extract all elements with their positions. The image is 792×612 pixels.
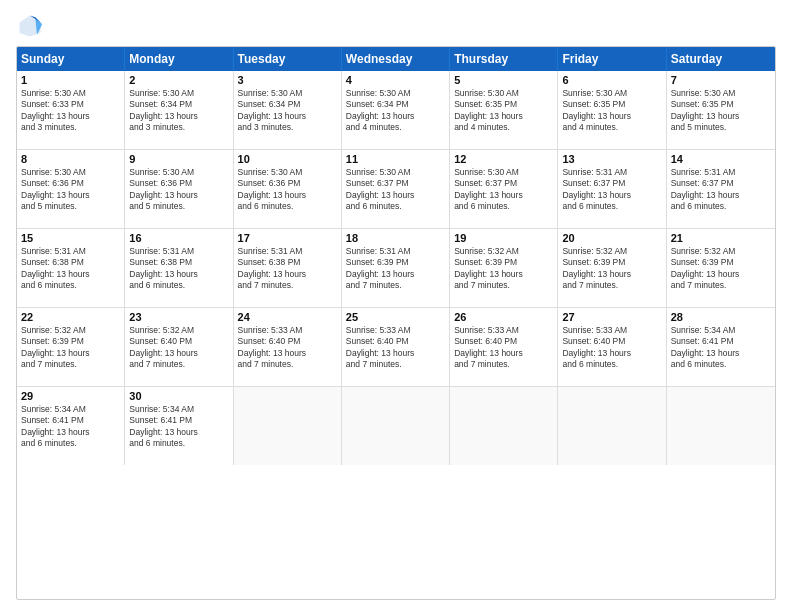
day-number: 25: [346, 311, 445, 323]
cell-text-line: Daylight: 13 hours: [238, 111, 337, 122]
cell-text-line: Sunset: 6:41 PM: [129, 415, 228, 426]
cell-text-line: and 6 minutes.: [129, 438, 228, 449]
cell-text-line: and 5 minutes.: [671, 122, 771, 133]
empty-cell-5-6: [667, 387, 775, 465]
day-number: 27: [562, 311, 661, 323]
day-cell-29: 29Sunrise: 5:34 AMSunset: 6:41 PMDayligh…: [17, 387, 125, 465]
cell-text-line: and 5 minutes.: [21, 201, 120, 212]
cell-text-line: and 3 minutes.: [129, 122, 228, 133]
cell-text-line: Sunset: 6:40 PM: [346, 336, 445, 347]
cell-text-line: Sunrise: 5:30 AM: [346, 88, 445, 99]
cell-text-line: Sunrise: 5:31 AM: [238, 246, 337, 257]
day-cell-14: 14Sunrise: 5:31 AMSunset: 6:37 PMDayligh…: [667, 150, 775, 228]
day-cell-27: 27Sunrise: 5:33 AMSunset: 6:40 PMDayligh…: [558, 308, 666, 386]
day-number: 21: [671, 232, 771, 244]
cell-text-line: Daylight: 13 hours: [346, 190, 445, 201]
cell-text-line: Sunset: 6:35 PM: [671, 99, 771, 110]
header: [16, 12, 776, 40]
day-number: 19: [454, 232, 553, 244]
day-cell-9: 9Sunrise: 5:30 AMSunset: 6:36 PMDaylight…: [125, 150, 233, 228]
day-cell-4: 4Sunrise: 5:30 AMSunset: 6:34 PMDaylight…: [342, 71, 450, 149]
cell-text-line: Sunrise: 5:32 AM: [129, 325, 228, 336]
cell-text-line: Sunset: 6:38 PM: [129, 257, 228, 268]
header-day-friday: Friday: [558, 47, 666, 71]
calendar: SundayMondayTuesdayWednesdayThursdayFrid…: [16, 46, 776, 600]
cell-text-line: Sunset: 6:41 PM: [671, 336, 771, 347]
cell-text-line: and 7 minutes.: [562, 280, 661, 291]
day-cell-3: 3Sunrise: 5:30 AMSunset: 6:34 PMDaylight…: [234, 71, 342, 149]
day-number: 5: [454, 74, 553, 86]
day-number: 12: [454, 153, 553, 165]
calendar-row-4: 22Sunrise: 5:32 AMSunset: 6:39 PMDayligh…: [17, 308, 775, 387]
cell-text-line: Sunset: 6:36 PM: [21, 178, 120, 189]
cell-text-line: and 7 minutes.: [346, 359, 445, 370]
day-cell-11: 11Sunrise: 5:30 AMSunset: 6:37 PMDayligh…: [342, 150, 450, 228]
cell-text-line: and 6 minutes.: [21, 438, 120, 449]
cell-text-line: Daylight: 13 hours: [238, 348, 337, 359]
cell-text-line: Daylight: 13 hours: [562, 190, 661, 201]
cell-text-line: Sunset: 6:37 PM: [346, 178, 445, 189]
day-cell-17: 17Sunrise: 5:31 AMSunset: 6:38 PMDayligh…: [234, 229, 342, 307]
cell-text-line: and 7 minutes.: [454, 280, 553, 291]
cell-text-line: Sunset: 6:38 PM: [21, 257, 120, 268]
cell-text-line: Daylight: 13 hours: [21, 111, 120, 122]
day-cell-12: 12Sunrise: 5:30 AMSunset: 6:37 PMDayligh…: [450, 150, 558, 228]
cell-text-line: and 6 minutes.: [238, 201, 337, 212]
cell-text-line: Daylight: 13 hours: [671, 190, 771, 201]
cell-text-line: Sunrise: 5:32 AM: [21, 325, 120, 336]
calendar-row-3: 15Sunrise: 5:31 AMSunset: 6:38 PMDayligh…: [17, 229, 775, 308]
cell-text-line: Daylight: 13 hours: [129, 348, 228, 359]
day-cell-19: 19Sunrise: 5:32 AMSunset: 6:39 PMDayligh…: [450, 229, 558, 307]
cell-text-line: Daylight: 13 hours: [346, 269, 445, 280]
day-cell-16: 16Sunrise: 5:31 AMSunset: 6:38 PMDayligh…: [125, 229, 233, 307]
day-cell-26: 26Sunrise: 5:33 AMSunset: 6:40 PMDayligh…: [450, 308, 558, 386]
day-number: 2: [129, 74, 228, 86]
day-cell-1: 1Sunrise: 5:30 AMSunset: 6:33 PMDaylight…: [17, 71, 125, 149]
cell-text-line: Daylight: 13 hours: [238, 190, 337, 201]
cell-text-line: and 7 minutes.: [346, 280, 445, 291]
cell-text-line: Daylight: 13 hours: [346, 348, 445, 359]
cell-text-line: and 4 minutes.: [346, 122, 445, 133]
cell-text-line: Sunrise: 5:31 AM: [671, 167, 771, 178]
day-cell-6: 6Sunrise: 5:30 AMSunset: 6:35 PMDaylight…: [558, 71, 666, 149]
day-number: 11: [346, 153, 445, 165]
cell-text-line: Daylight: 13 hours: [21, 190, 120, 201]
cell-text-line: and 4 minutes.: [562, 122, 661, 133]
cell-text-line: Sunset: 6:36 PM: [129, 178, 228, 189]
header-day-sunday: Sunday: [17, 47, 125, 71]
cell-text-line: Sunrise: 5:32 AM: [562, 246, 661, 257]
day-number: 13: [562, 153, 661, 165]
cell-text-line: Sunrise: 5:30 AM: [21, 88, 120, 99]
header-day-saturday: Saturday: [667, 47, 775, 71]
cell-text-line: Sunrise: 5:33 AM: [238, 325, 337, 336]
cell-text-line: and 3 minutes.: [238, 122, 337, 133]
cell-text-line: and 3 minutes.: [21, 122, 120, 133]
cell-text-line: Sunset: 6:40 PM: [454, 336, 553, 347]
cell-text-line: and 7 minutes.: [238, 359, 337, 370]
cell-text-line: and 7 minutes.: [671, 280, 771, 291]
day-number: 6: [562, 74, 661, 86]
cell-text-line: and 7 minutes.: [238, 280, 337, 291]
header-day-monday: Monday: [125, 47, 233, 71]
day-cell-28: 28Sunrise: 5:34 AMSunset: 6:41 PMDayligh…: [667, 308, 775, 386]
day-number: 29: [21, 390, 120, 402]
logo-icon: [16, 12, 44, 40]
cell-text-line: Sunrise: 5:30 AM: [346, 167, 445, 178]
day-cell-20: 20Sunrise: 5:32 AMSunset: 6:39 PMDayligh…: [558, 229, 666, 307]
empty-cell-5-5: [558, 387, 666, 465]
day-number: 8: [21, 153, 120, 165]
day-number: 22: [21, 311, 120, 323]
cell-text-line: Daylight: 13 hours: [454, 190, 553, 201]
day-number: 3: [238, 74, 337, 86]
cell-text-line: Sunrise: 5:34 AM: [129, 404, 228, 415]
day-cell-21: 21Sunrise: 5:32 AMSunset: 6:39 PMDayligh…: [667, 229, 775, 307]
cell-text-line: Sunset: 6:41 PM: [21, 415, 120, 426]
cell-text-line: Daylight: 13 hours: [21, 348, 120, 359]
day-number: 20: [562, 232, 661, 244]
cell-text-line: Sunset: 6:34 PM: [129, 99, 228, 110]
cell-text-line: Sunset: 6:36 PM: [238, 178, 337, 189]
cell-text-line: Sunrise: 5:33 AM: [346, 325, 445, 336]
cell-text-line: Daylight: 13 hours: [671, 269, 771, 280]
day-number: 16: [129, 232, 228, 244]
calendar-header: SundayMondayTuesdayWednesdayThursdayFrid…: [17, 47, 775, 71]
